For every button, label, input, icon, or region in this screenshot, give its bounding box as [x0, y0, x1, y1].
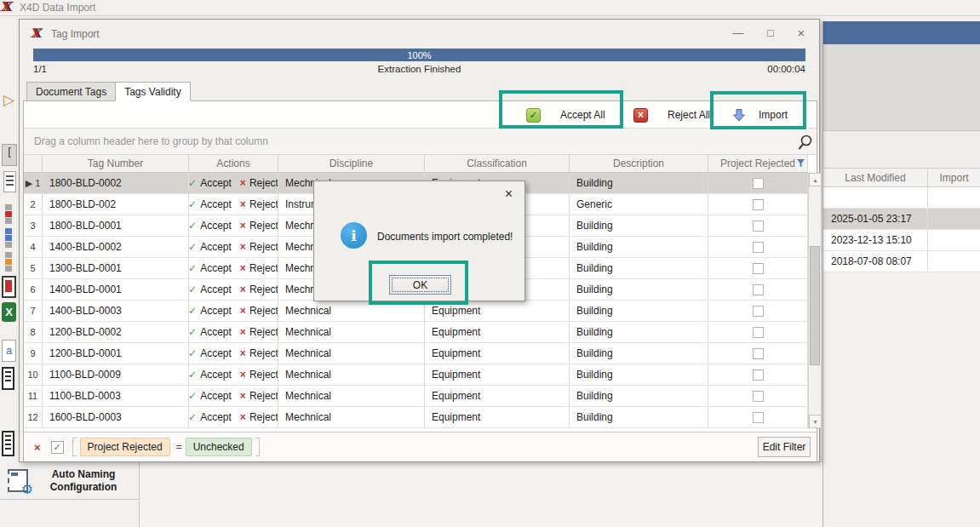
- project-rejected-checkbox[interactable]: [753, 221, 764, 232]
- remove-filter-icon[interactable]: ×: [34, 441, 41, 454]
- project-rejected-checkbox[interactable]: [753, 178, 764, 189]
- project-rejected-checkbox[interactable]: [753, 199, 764, 210]
- row-indicator: 4: [24, 237, 43, 258]
- group-by-bar[interactable]: Drag a column header here to group by th…: [24, 129, 817, 155]
- orange-stack-icon[interactable]: [5, 252, 12, 272]
- reject-link[interactable]: ×Reject: [240, 411, 278, 423]
- scroll-up-icon[interactable]: ▲: [809, 173, 822, 186]
- col-import[interactable]: Import: [928, 169, 980, 186]
- accept-link[interactable]: ✓Accept: [189, 369, 232, 381]
- project-rejected-checkbox[interactable]: [753, 369, 764, 381]
- cell-description: Building: [570, 301, 708, 322]
- cell-project-rejected: [708, 215, 808, 237]
- reject-link[interactable]: ×Reject: [240, 220, 278, 232]
- table-row[interactable]: 101100-BLD-0009✓Accept×RejectMechnicalEq…: [24, 364, 808, 386]
- accept-link[interactable]: ✓Accept: [189, 241, 232, 253]
- project-rejected-checkbox[interactable]: [753, 284, 764, 295]
- reject-link[interactable]: ×Reject: [240, 241, 278, 253]
- reject-link[interactable]: ×Reject: [240, 284, 278, 295]
- column-tag-number[interactable]: Tag Number: [43, 155, 189, 172]
- blue-stack-icon[interactable]: [5, 228, 12, 249]
- list-tool-icon[interactable]: [3, 171, 16, 192]
- reject-link[interactable]: ×Reject: [240, 347, 278, 359]
- reject-link[interactable]: ×Reject: [240, 369, 278, 381]
- grid-header: Tag Number Actions Discipline Classifica…: [24, 155, 808, 173]
- document-row[interactable]: 2023-12-13 15:10: [823, 230, 980, 251]
- annotate-tool-icon[interactable]: a: [2, 340, 16, 362]
- reject-link[interactable]: ×Reject: [240, 305, 278, 317]
- reject-link[interactable]: ×Reject: [240, 198, 278, 210]
- report-tool-icon[interactable]: [2, 276, 16, 298]
- accept-link[interactable]: ✓Accept: [189, 305, 232, 317]
- check-icon: ✓: [189, 347, 197, 359]
- vertical-scrollbar[interactable]: ▲ ▼: [808, 173, 821, 428]
- list-icon[interactable]: [2, 367, 14, 390]
- project-rejected-checkbox[interactable]: [753, 327, 764, 338]
- accept-link[interactable]: ✓Accept: [189, 262, 232, 274]
- cell-project-rejected: [708, 301, 808, 322]
- table-row[interactable]: 81200-BLD-0002✓Accept×RejectMechnicalEqu…: [24, 322, 808, 343]
- excel-icon[interactable]: X: [2, 302, 16, 322]
- close-button[interactable]: ×: [788, 25, 814, 42]
- accept-link[interactable]: ✓Accept: [189, 326, 232, 338]
- accept-link[interactable]: ✓Accept: [189, 390, 232, 402]
- cell-actions: ✓Accept×Reject: [189, 279, 278, 301]
- project-rejected-checkbox[interactable]: [753, 263, 764, 274]
- filter-field-chip[interactable]: Project Rejected: [80, 438, 170, 456]
- reject-link[interactable]: ×Reject: [240, 262, 278, 274]
- cell-last-modified: 2025-01-05 23:17: [823, 209, 928, 229]
- reject-link[interactable]: ×Reject: [240, 326, 278, 338]
- message-box-close-icon[interactable]: ×: [505, 186, 513, 202]
- reject-link[interactable]: ×Reject: [240, 177, 278, 189]
- filter-operator[interactable]: =: [176, 441, 182, 453]
- bracket-tool-icon[interactable]: [: [2, 144, 17, 166]
- search-icon[interactable]: [798, 134, 813, 151]
- edit-filter-button[interactable]: Edit Filter: [758, 437, 811, 457]
- filter-enabled-checkbox[interactable]: ✓: [51, 441, 64, 454]
- arrow-icon[interactable]: ▷: [3, 91, 14, 109]
- scroll-down-icon[interactable]: ▼: [809, 415, 822, 428]
- bracket-close: [255, 438, 260, 456]
- scrollbar-thumb[interactable]: [810, 246, 820, 365]
- project-rejected-checkbox[interactable]: [753, 391, 764, 402]
- list-icon-2[interactable]: [2, 431, 14, 456]
- progress-percent: 100%: [407, 50, 431, 60]
- reject-all-button[interactable]: × Reject All: [633, 104, 710, 126]
- column-description[interactable]: Description: [570, 155, 708, 172]
- x-icon: ×: [240, 369, 246, 381]
- accept-link[interactable]: ✓Accept: [189, 220, 232, 232]
- accept-link[interactable]: ✓Accept: [189, 411, 232, 423]
- table-row[interactable]: 121600-BLD-0003✓Accept×RejectMechnicalEq…: [24, 407, 808, 428]
- filter-value-chip[interactable]: Unchecked: [186, 438, 252, 456]
- document-row[interactable]: [823, 187, 980, 209]
- accept-link[interactable]: ✓Accept: [189, 347, 232, 359]
- table-row[interactable]: 91200-BLD-0001✓Accept×RejectMechnicalEqu…: [24, 343, 808, 364]
- project-rejected-checkbox[interactable]: [753, 306, 764, 317]
- accept-link[interactable]: ✓Accept: [189, 284, 232, 295]
- column-project-rejected[interactable]: Project Rejected: [708, 155, 808, 172]
- maximize-button[interactable]: □: [758, 25, 783, 42]
- minimize-button[interactable]: —: [725, 25, 751, 42]
- project-rejected-checkbox[interactable]: [753, 242, 764, 253]
- red-stack-icon[interactable]: [5, 204, 12, 225]
- cell-actions: ✓Accept×Reject: [189, 322, 278, 343]
- project-rejected-checkbox[interactable]: [753, 348, 764, 359]
- x-icon: ×: [240, 241, 246, 253]
- column-discipline[interactable]: Discipline: [278, 155, 425, 172]
- filter-funnel-icon[interactable]: [797, 159, 805, 168]
- tab-tags-validity[interactable]: Tags Validity: [115, 82, 190, 101]
- column-actions[interactable]: Actions: [189, 155, 278, 172]
- row-indicator: 10: [24, 364, 43, 386]
- document-row[interactable]: 2025-01-05 23:17: [823, 209, 980, 230]
- auto-naming-configuration-button[interactable]: ⚙ Auto Naming Configuration: [0, 462, 140, 500]
- tab-document-tags[interactable]: Document Tags: [26, 82, 116, 101]
- highlight-import: [710, 91, 806, 129]
- accept-link[interactable]: ✓Accept: [189, 177, 232, 189]
- table-row[interactable]: 111100-BLD-0003✓Accept×RejectMechnicalEq…: [24, 386, 808, 407]
- document-row[interactable]: 2018-07-08 08:07: [823, 251, 980, 272]
- project-rejected-checkbox[interactable]: [753, 412, 764, 423]
- accept-link[interactable]: ✓Accept: [189, 198, 232, 210]
- col-last-modified[interactable]: Last Modified: [823, 169, 928, 186]
- column-classification[interactable]: Classification: [425, 155, 570, 172]
- reject-link[interactable]: ×Reject: [240, 390, 278, 402]
